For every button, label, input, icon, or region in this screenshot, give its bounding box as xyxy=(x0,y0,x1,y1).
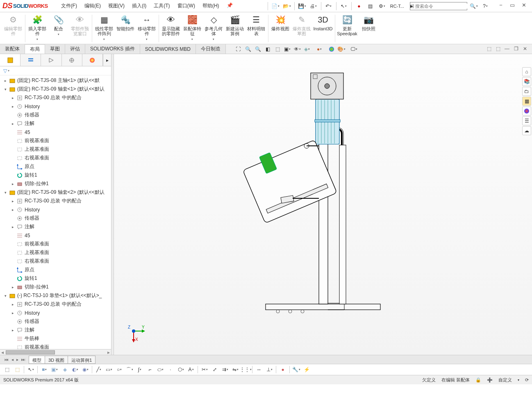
print-icon[interactable]: 🖨 xyxy=(309,2,318,11)
tb2-spline-icon[interactable]: ∫ xyxy=(135,365,144,374)
tree-item[interactable]: ▾(-) RC-TSJ-10 靠垫<1> (默认<<默认>_ xyxy=(0,291,111,300)
menu-insert[interactable]: 插入(I) xyxy=(129,1,150,11)
ribbon-装配体特征[interactable]: 🧱装配体特征 xyxy=(182,13,203,44)
expand-icon[interactable]: ▸ xyxy=(3,79,7,83)
expand-icon[interactable]: ▸ xyxy=(11,285,15,289)
tb2-icon[interactable]: ▣ xyxy=(50,365,59,374)
display-style-icon[interactable]: ▣ xyxy=(283,45,292,53)
tree-item[interactable]: 右视基准面 xyxy=(0,154,111,162)
doc-restore-icon[interactable]: ❐ xyxy=(512,45,520,52)
menu-edit[interactable]: 编辑(E) xyxy=(81,1,104,11)
tb2-icon[interactable]: ⬚ xyxy=(13,365,22,374)
expand-icon[interactable]: ▸ xyxy=(11,96,15,100)
tb2-polygon-icon[interactable]: ⬡ xyxy=(176,365,185,374)
tb2-rect-icon[interactable]: ▭ xyxy=(105,365,114,374)
expand-icon[interactable]: ▸ xyxy=(11,328,15,332)
feature-manager-tab[interactable] xyxy=(0,54,20,66)
tree-item[interactable]: 前视基准面 xyxy=(0,240,111,248)
minimize-button[interactable]: − xyxy=(495,2,507,10)
tb2-rel-icon[interactable]: ⊥ xyxy=(265,365,274,374)
tb2-repair-icon[interactable]: 🔧 xyxy=(292,365,301,374)
ribbon-线性零部件阵列[interactable]: ▦线性零部件阵列 xyxy=(93,13,115,44)
ribbon-参考几何体[interactable]: ◇参考几何体 xyxy=(203,13,224,44)
tb2-point-icon[interactable]: · xyxy=(166,365,175,374)
property-manager-tab[interactable] xyxy=(20,54,41,66)
tb2-slot-icon[interactable]: ⬭ xyxy=(156,365,165,374)
tab-layout[interactable]: 布局 xyxy=(25,44,45,54)
ribbon-显示隐藏的零部件[interactable]: 👁显示隐藏的零部件 xyxy=(160,13,182,44)
tb2-fillet-icon[interactable]: ⌐ xyxy=(146,365,155,374)
tb2-text-icon[interactable]: A xyxy=(186,365,196,374)
status-plus-icon[interactable]: ➕ xyxy=(487,377,493,383)
bottom-tab-motion1[interactable]: 运动算例1 xyxy=(68,356,95,364)
doc-minimize-icon[interactable]: — xyxy=(503,45,511,52)
save-icon[interactable]: 💾 xyxy=(297,2,307,11)
scroll-right-icon[interactable]: ▸ xyxy=(106,349,111,355)
expand-icon[interactable]: ▸ xyxy=(11,199,15,203)
scroll-thumb[interactable] xyxy=(6,350,55,354)
ribbon-智能扣件[interactable]: 🔩智能扣件 xyxy=(115,13,136,44)
ribbon-更新Speedpak[interactable]: 🔄更新Speedpak xyxy=(336,13,358,44)
expand-icon[interactable]: ▸ xyxy=(11,182,15,186)
tree-item[interactable]: 上视基准面 xyxy=(0,145,111,154)
filter-drop-icon[interactable]: ▾ xyxy=(8,69,9,73)
expand-icon[interactable]: ▸ xyxy=(11,122,15,126)
nav-next-icon[interactable]: ▸ xyxy=(15,357,20,362)
menu-file[interactable]: 文件(F) xyxy=(58,1,80,11)
tree-item[interactable]: 原点 xyxy=(0,266,111,274)
search-box[interactable]: ▶ xyxy=(410,2,467,10)
hide-show-icon[interactable]: 👁 xyxy=(293,45,302,53)
display-manager-tab[interactable] xyxy=(82,54,103,66)
menu-pin-icon[interactable]: 📌 xyxy=(223,1,236,11)
ribbon-移动零部件[interactable]: ↔移动零部件 xyxy=(136,13,157,44)
tree-item[interactable]: ▸切除-拉伸1 xyxy=(0,283,111,291)
config-manager-tab[interactable] xyxy=(41,54,61,66)
apply-scene-icon[interactable] xyxy=(327,45,336,53)
tab-sw-addins[interactable]: SOLIDWORKS 插件 xyxy=(85,44,140,54)
tab-evaluate[interactable]: 评估 xyxy=(65,44,85,54)
tree-item[interactable]: 传感器 xyxy=(0,317,111,326)
tree-item[interactable]: ▸History xyxy=(0,205,111,214)
expand-icon[interactable]: ▸ xyxy=(11,302,15,306)
tree-item[interactable]: 前视基准面 xyxy=(0,136,111,145)
view-settings-icon[interactable]: 🖵 xyxy=(349,45,358,53)
options-notes-icon[interactable]: ▤ xyxy=(366,2,375,11)
taskpane-library-icon[interactable]: 📚 xyxy=(522,77,531,86)
options-gear-icon[interactable]: ⚙ xyxy=(377,2,387,11)
zoom-area-icon[interactable]: 🔍 xyxy=(243,45,252,53)
status-drop-icon[interactable]: ▾ xyxy=(518,378,519,382)
rebuild-icon[interactable]: ● xyxy=(354,2,364,11)
nav-prev-icon[interactable]: ◂ xyxy=(10,357,15,362)
doc-2-icon[interactable]: ⬚ xyxy=(494,45,502,52)
view-triad[interactable]: X Y Z xyxy=(122,320,145,343)
menu-help[interactable]: 帮助(H) xyxy=(199,1,223,11)
tree-item[interactable]: 45 xyxy=(0,231,111,240)
tree-item[interactable]: ▸RC-TJS-00 总装 中的配合 xyxy=(0,93,111,102)
tree-item[interactable]: 前视基准面 xyxy=(0,343,111,349)
tree-item[interactable]: 传感器 xyxy=(0,214,111,222)
tree-item[interactable]: 旋转1 xyxy=(0,171,111,179)
taskpane-props-icon[interactable]: ☰ xyxy=(522,116,531,125)
ribbon-插入零部件[interactable]: 🧩插入零部件 xyxy=(27,13,48,44)
search-glass-icon[interactable]: 🔍 xyxy=(469,2,479,11)
open-doc-icon[interactable]: 📂 xyxy=(282,2,292,11)
tree-item[interactable]: ▸注解 xyxy=(0,119,111,128)
tab-sw-mbd[interactable]: SOLIDWORKS MBD xyxy=(140,44,196,54)
tb2-arc-icon[interactable]: ⌒ xyxy=(125,365,134,374)
tb2-icon[interactable]: ⬚ xyxy=(2,365,11,374)
bottom-tab-3dview[interactable]: 3D 视图 xyxy=(45,356,68,364)
taskpane-file-explorer-icon[interactable]: 🗀 xyxy=(522,87,531,96)
tree-item[interactable]: ▸(固定) RC-TJS-08 主轴<1> (默认<<默 xyxy=(0,76,111,85)
doc-1-icon[interactable]: ⬚ xyxy=(485,45,493,52)
ribbon-Instant3D[interactable]: 3DInstant3D xyxy=(312,13,334,44)
taskpane-home-icon[interactable]: ⌂ xyxy=(522,67,531,76)
doc-close-icon[interactable]: ✕ xyxy=(521,45,529,52)
render-icon[interactable]: 🎨 xyxy=(337,45,346,53)
h-scrollbar[interactable]: ◂ ▸ xyxy=(0,349,111,355)
tree-item[interactable]: 牛筋棒 xyxy=(0,334,111,343)
graphics-viewport[interactable]: X Y Z ⌂ 📚 🗀 ▦ ☰ ☁ xyxy=(114,54,532,355)
ribbon-拍快照[interactable]: 📷拍快照 xyxy=(358,13,379,44)
undo-icon[interactable]: ↶ xyxy=(324,2,334,11)
status-refresh-icon[interactable]: ⟳ xyxy=(525,377,529,383)
tb2-extend-icon[interactable]: ⤢ xyxy=(210,365,219,374)
